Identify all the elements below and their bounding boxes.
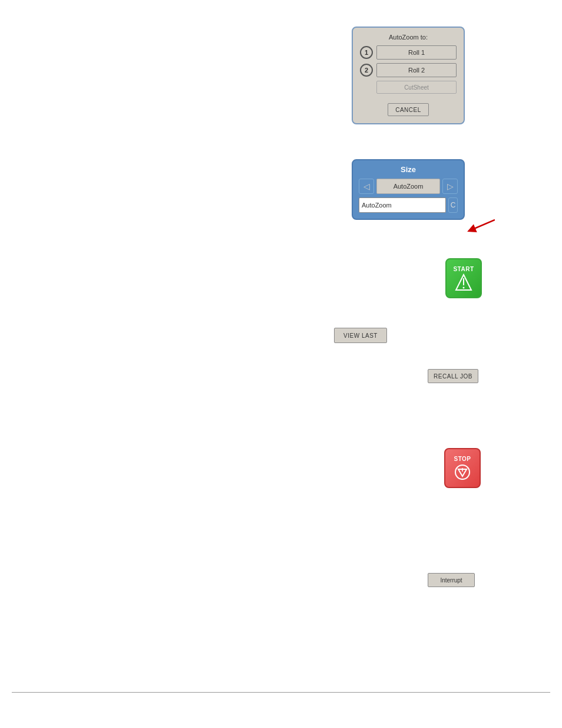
size-row2: C [359,197,458,213]
circle-1: 1 [360,46,373,59]
roll2-row: 2 Roll 2 [360,63,457,77]
stop-icon [454,463,471,481]
left-arrow-button[interactable]: ◁ [359,179,374,194]
stop-label: STOP [454,456,471,462]
cancel-button[interactable]: CANCEL [388,103,429,116]
autozoom-center-button[interactable]: AutoZoom [376,179,440,194]
red-arrow-indicator [465,217,495,235]
bottom-divider [12,692,550,693]
cutsheet-button[interactable]: CutSheet [376,81,457,94]
left-arrow-icon: ◁ [363,182,370,191]
size-row1: ◁ AutoZoom ▷ [359,179,458,194]
stop-button[interactable]: STOP [444,448,481,488]
roll2-button[interactable]: Roll 2 [376,63,457,77]
autozoom-title: AutoZoom to: [360,34,457,41]
autozoom-input[interactable] [359,197,446,213]
right-arrow-button[interactable]: ▷ [442,179,458,194]
right-arrow-icon: ▷ [447,182,454,191]
start-label: START [453,266,474,272]
recall-job-button[interactable]: RECALL JOB [428,369,478,383]
size-title: Size [359,165,458,174]
interrupt-button[interactable]: Interrupt [428,573,475,587]
svg-line-1 [471,220,495,230]
start-icon [455,274,472,291]
roll1-button[interactable]: Roll 1 [376,45,457,60]
start-button[interactable]: START [445,258,482,298]
size-panel: Size ◁ AutoZoom ▷ C [352,159,465,220]
view-last-button[interactable]: VIEW LAST [334,328,387,343]
autozoom-dialog: AutoZoom to: 1 Roll 1 2 Roll 2 CutSheet … [352,27,465,124]
svg-point-4 [463,286,465,288]
roll1-row: 1 Roll 1 [360,45,457,60]
circle-2: 2 [360,64,373,77]
c-button[interactable]: C [448,197,458,213]
